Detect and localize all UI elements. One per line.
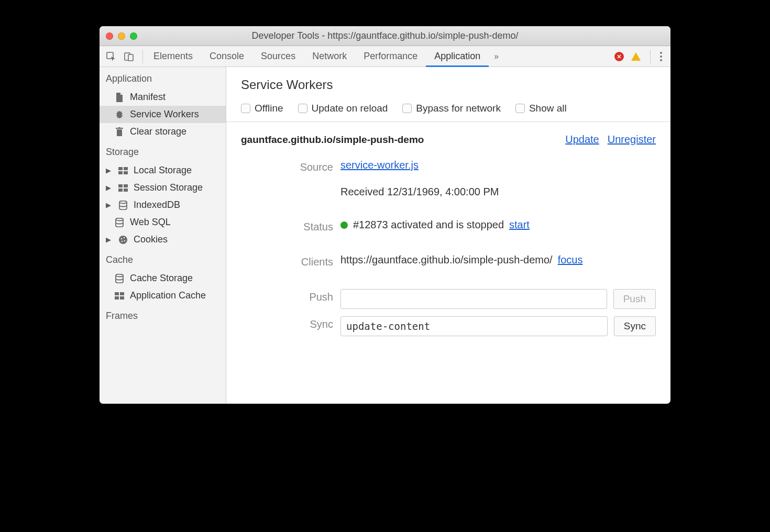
svg-rect-12: [124, 184, 128, 187]
status-label: Status: [241, 219, 340, 233]
gear-icon: [114, 109, 125, 120]
sidebar-item-indexeddb[interactable]: ▶ IndexedDB: [100, 196, 226, 214]
sidebar-item-manifest[interactable]: Manifest: [100, 88, 226, 106]
focus-link[interactable]: focus: [558, 254, 583, 266]
svg-rect-7: [118, 167, 123, 170]
sidebar-item-service-workers[interactable]: Service Workers: [100, 106, 226, 123]
offline-checkbox[interactable]: Offline: [241, 103, 283, 114]
bypass-for-network-checkbox[interactable]: Bypass for network: [402, 103, 501, 114]
svg-point-22: [116, 274, 123, 276]
sidebar-section-application: Application: [100, 67, 226, 88]
svg-rect-26: [120, 296, 124, 300]
unregister-link[interactable]: Unregister: [608, 134, 656, 146]
sidebar-item-web-sql[interactable]: Web SQL: [100, 214, 226, 231]
expand-arrow-icon[interactable]: ▶: [106, 236, 111, 243]
client-url: https://gauntface.github.io/simple-push-…: [340, 254, 553, 266]
divider: [650, 50, 651, 63]
warning-badge-icon[interactable]: [631, 52, 641, 61]
tab-elements[interactable]: Elements: [145, 46, 201, 67]
tab-console[interactable]: Console: [201, 46, 252, 67]
window-title: Developer Tools - https://gauntface.gith…: [100, 30, 670, 41]
received-text: Received 12/31/1969, 4:00:00 PM: [340, 186, 499, 198]
status-text: #12873 activated and is stopped: [353, 219, 504, 231]
inspect-element-icon[interactable]: [106, 51, 116, 62]
source-label: Source: [241, 159, 340, 173]
sidebar-item-clear-storage[interactable]: Clear storage: [100, 123, 226, 140]
svg-rect-9: [118, 171, 123, 174]
sidebar-item-label: Manifest: [130, 92, 166, 103]
update-on-reload-checkbox[interactable]: Update on reload: [298, 103, 388, 114]
svg-rect-8: [124, 167, 128, 170]
sw-origin: gauntface.github.io/simple-push-demo: [241, 134, 424, 146]
tab-performance[interactable]: Performance: [355, 46, 426, 67]
tab-sources[interactable]: Sources: [252, 46, 304, 67]
expand-arrow-icon[interactable]: ▶: [106, 167, 111, 174]
svg-point-19: [124, 237, 125, 238]
push-button[interactable]: Push: [613, 289, 656, 309]
clients-label: Clients: [241, 254, 340, 268]
divider: [142, 50, 143, 63]
push-label: Push: [241, 289, 340, 303]
expand-arrow-icon[interactable]: ▶: [106, 201, 111, 209]
trash-icon: [114, 127, 125, 137]
sidebar-item-label: Application Cache: [130, 290, 206, 301]
error-badge-icon[interactable]: [614, 52, 624, 61]
cookie-icon: [118, 235, 128, 245]
sidebar-item-label: Web SQL: [130, 217, 171, 228]
sidebar-item-cookies[interactable]: ▶ Cookies: [100, 231, 226, 248]
svg-point-17: [119, 236, 127, 244]
database-icon: [118, 200, 128, 210]
sidebar-item-label: Cache Storage: [130, 273, 193, 284]
svg-rect-5: [116, 128, 123, 129]
devtools-window: Developer Tools - https://gauntface.gith…: [100, 26, 670, 404]
tab-application[interactable]: Application: [426, 46, 489, 67]
svg-point-15: [119, 201, 127, 203]
svg-rect-6: [118, 127, 120, 128]
database-icon: [114, 273, 125, 284]
svg-rect-23: [115, 292, 119, 295]
grid-icon: [118, 165, 128, 176]
svg-point-21: [122, 240, 123, 242]
update-link[interactable]: Update: [565, 134, 599, 146]
svg-rect-4: [117, 129, 122, 136]
grid-icon: [114, 291, 125, 301]
sync-input[interactable]: [340, 316, 608, 336]
sync-label: Sync: [241, 316, 340, 330]
svg-point-20: [124, 240, 126, 241]
sidebar-item-cache-storage[interactable]: Cache Storage: [100, 270, 226, 287]
svg-rect-10: [124, 171, 128, 174]
file-icon: [114, 92, 125, 103]
settings-menu-icon[interactable]: [660, 52, 662, 61]
sidebar-item-application-cache[interactable]: Application Cache: [100, 287, 226, 304]
source-link[interactable]: service-worker.js: [340, 159, 419, 171]
titlebar: Developer Tools - https://gauntface.gith…: [100, 26, 670, 46]
expand-arrow-icon[interactable]: ▶: [106, 184, 111, 192]
sidebar-item-label: IndexedDB: [134, 199, 180, 210]
sidebar-item-label: Clear storage: [130, 126, 186, 137]
panel-title: Service Workers: [241, 77, 656, 92]
show-all-checkbox[interactable]: Show all: [515, 103, 567, 114]
grid-icon: [118, 183, 128, 193]
sync-button[interactable]: Sync: [614, 316, 656, 336]
start-link[interactable]: start: [509, 219, 530, 231]
sidebar-section-frames: Frames: [100, 304, 226, 326]
tabs-overflow-button[interactable]: »: [489, 46, 502, 67]
sidebar-item-local-storage[interactable]: ▶ Local Storage: [100, 162, 226, 179]
push-input[interactable]: [340, 289, 607, 309]
sidebar-item-label: Session Storage: [134, 182, 203, 193]
toggle-device-toolbar-icon[interactable]: [124, 51, 134, 62]
sidebar-section-storage: Storage: [100, 140, 226, 162]
sidebar-item-label: Service Workers: [130, 109, 199, 120]
svg-rect-25: [115, 296, 119, 300]
tab-network[interactable]: Network: [304, 46, 355, 67]
options-row: Offline Update on reload Bypass for netw…: [226, 98, 670, 122]
devtools-tabstrip: Elements Console Sources Network Perform…: [100, 46, 670, 67]
svg-rect-13: [118, 189, 123, 192]
svg-point-16: [116, 218, 123, 220]
svg-point-18: [121, 238, 123, 239]
sidebar-item-label: Cookies: [134, 234, 168, 245]
application-sidebar: Application Manifest Service Workers Cle…: [100, 67, 226, 404]
sidebar-item-label: Local Storage: [134, 165, 192, 176]
sidebar-item-session-storage[interactable]: ▶ Session Storage: [100, 179, 226, 196]
svg-rect-2: [128, 54, 133, 61]
